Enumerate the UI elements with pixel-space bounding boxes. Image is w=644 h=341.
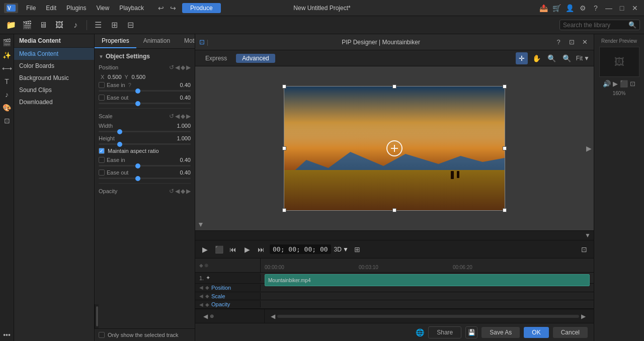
left-panel-item-color[interactable]: Color Boards [14,60,94,72]
minimize-icon[interactable]: — [604,3,614,13]
ease-in-1-thumb[interactable] [135,89,140,94]
opacity-reset-icon[interactable]: ↺ [169,188,174,195]
globe-icon[interactable]: 🌐 [416,328,424,336]
left-panel-item-sound[interactable]: Sound Clips [14,84,94,96]
handle-bottom-center[interactable] [392,208,396,212]
position-reset-icon[interactable]: ↺ [169,64,174,71]
ease-out-1-thumb[interactable] [135,101,140,106]
render-expand-icon[interactable]: ⊡ [630,80,635,88]
mode-3d-button[interactable]: 3D ▼ [334,246,349,253]
step-forward-button[interactable]: ▶ [242,244,253,255]
preview-expand-icon[interactable]: ▶ [586,144,592,152]
monitor-icon[interactable]: 🖥 [36,18,50,32]
menu-view[interactable]: View [92,4,113,13]
sidebar-icon-media[interactable]: 🎬 [1,36,13,48]
sidebar-icon-transitions[interactable]: ⟷ [1,62,13,74]
handle-middle-right[interactable] [503,146,507,150]
height-thumb[interactable] [117,142,122,147]
preview-collapse-btn[interactable]: ▼ [197,220,204,228]
pip-tool-zoom-in[interactable]: 🔍 [561,52,573,64]
handle-top-right[interactable] [503,84,507,89]
produce-button[interactable]: Produce [182,3,221,13]
timeline-left-icon[interactable]: ◀ [203,313,208,320]
position-right-icon[interactable]: ▶ [186,64,191,71]
pip-tab-advanced[interactable]: Advanced [236,54,275,63]
height-slider[interactable] [99,143,191,145]
ease-out-1-slider[interactable] [99,103,191,104]
timeline-collapse-btn[interactable]: ▼ [585,232,591,239]
render-play-icon[interactable]: ▶ [613,80,618,88]
opacity-left-icon[interactable]: ◀ [175,188,180,195]
menu-file[interactable]: File [22,4,40,13]
settings-icon[interactable]: ⚙ [578,3,588,13]
redo-icon[interactable]: ↪ [168,3,178,13]
scale-diamond-icon[interactable]: ◆ [181,113,185,120]
pip-close-icon[interactable]: ✕ [580,37,590,47]
menu-playback[interactable]: Playback [115,4,148,13]
sidebar-icon-text[interactable]: T [1,75,13,88]
menu-edit[interactable]: Edit [42,4,60,13]
export-icon[interactable]: 📤 [538,3,548,13]
search-input[interactable] [563,22,628,29]
list-view-icon[interactable]: ☰ [91,18,105,32]
scroll-indicator[interactable] [95,304,99,328]
sidebar-icon-audio[interactable]: ♪ [1,89,13,101]
handle-bottom-right[interactable] [503,208,507,212]
x-value[interactable]: 0.500 [108,74,122,80]
handle-middle-left[interactable] [282,146,286,150]
y-value[interactable]: 0.500 [132,74,146,80]
timecode-display[interactable]: 00; 00; 00; 00 [270,244,331,254]
step-back-button[interactable]: ⏮ [227,244,238,255]
render-stop-icon[interactable]: ⬛ [620,80,628,88]
left-panel-item-bgmusic[interactable]: Background Music [14,72,94,84]
timeline-add-icon[interactable]: ⊕ [210,313,214,319]
ease-out-2-thumb[interactable] [135,176,140,181]
scale-left-icon[interactable]: ◀ [175,113,180,120]
only-show-check[interactable] [99,332,105,338]
import-icon[interactable]: 📁 [4,18,18,32]
ease-in-2-check[interactable] [99,157,105,163]
timeline-scrollbar[interactable] [277,315,579,318]
music-icon[interactable]: ♪ [68,18,83,32]
ease-in-1-check[interactable] [99,82,105,88]
maintain-aspect-check[interactable]: ✓ [99,148,105,154]
sidebar-icon-pip[interactable]: ⊡ [1,115,13,127]
track-1-content[interactable]: Mountainbiker.mp4 [261,273,594,283]
stop-button[interactable]: ⬛ [213,244,224,255]
save-icon-btn[interactable]: 💾 [465,326,477,338]
ease-in-2-slider[interactable] [99,165,191,166]
share-button[interactable]: Share [428,326,461,338]
left-panel-item-downloaded[interactable]: Downloaded [14,96,94,108]
detail-view-icon[interactable]: ⊟ [123,18,137,32]
prop-scale-content[interactable] [261,292,594,300]
ease-in-1-help[interactable]: ? [128,82,131,88]
split-icon[interactable]: ⊞ [352,244,363,255]
pip-tab-express[interactable]: Express [199,54,233,63]
pip-tool-hand[interactable]: ✋ [531,52,543,64]
pip-restore-icon[interactable]: ⊡ [567,37,577,47]
opacity-diamond-icon[interactable]: ◆ [181,188,185,195]
fullscreen-icon[interactable]: ⊡ [579,244,590,255]
left-panel-item-media[interactable]: Media Content [14,48,94,60]
image-icon[interactable]: 🖼 [52,18,66,32]
play-button[interactable]: ▶ [199,244,210,255]
help-icon[interactable]: ? [591,3,601,13]
ease-in-1-slider[interactable] [99,90,191,92]
width-slider[interactable] [99,131,191,132]
ok-button[interactable]: OK [524,327,548,338]
save-as-button[interactable]: Save As [481,327,520,338]
handle-top-center[interactable] [392,84,396,89]
account-icon[interactable]: 👤 [565,3,575,13]
maximize-icon[interactable]: □ [617,3,627,13]
ease-out-2-check[interactable] [99,169,105,176]
pip-tool-move[interactable]: ✛ [516,52,528,64]
sidebar-icon-effects[interactable]: ✨ [1,49,13,61]
position-left-icon[interactable]: ◀ [175,64,180,71]
width-thumb[interactable] [117,129,122,134]
pip-tool-zoom-out[interactable]: 🔍 [546,52,558,64]
scale-right-icon[interactable]: ▶ [186,113,191,120]
opacity-right-icon[interactable]: ▶ [186,188,191,195]
handle-top-left[interactable] [282,84,286,89]
menu-plugins[interactable]: Plugins [62,4,90,13]
prop-opacity-content[interactable] [261,300,594,308]
